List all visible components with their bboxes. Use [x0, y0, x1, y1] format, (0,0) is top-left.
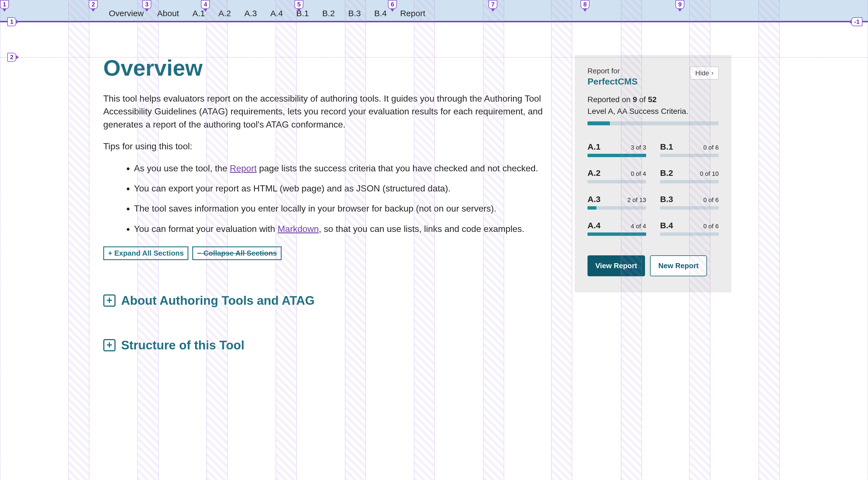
plus-icon: +	[103, 339, 116, 351]
progress-count: 0 of 6	[703, 223, 719, 230]
top-nav: Overview About A.1 A.2 A.3 A.4 B.1 B.2 B…	[0, 0, 868, 22]
progress-item-b2[interactable]: B.20 of 10	[660, 168, 719, 183]
progress-item-a2[interactable]: A.20 of 4	[588, 168, 646, 183]
section-title: Structure of this Tool	[121, 338, 245, 352]
progress-fill	[588, 206, 596, 210]
tab-about[interactable]: About	[157, 9, 179, 21]
collapse-all-button[interactable]: − Collapse All Sections	[192, 247, 282, 260]
reported-of: of	[637, 95, 648, 104]
tab-a3[interactable]: A.3	[245, 9, 257, 21]
progress-count: 0 of 6	[703, 196, 719, 204]
plus-icon: +	[103, 294, 116, 307]
new-report-button[interactable]: New Report	[650, 255, 707, 276]
report-for-label: Report for	[588, 67, 638, 75]
tip-item: You can format your evaluation with Mark…	[134, 222, 553, 235]
progress-bar	[588, 180, 646, 183]
tip-text: As you use the tool, the	[134, 163, 230, 173]
progress-bar	[660, 180, 719, 183]
intro-paragraph: This tool helps evaluators report on the…	[103, 92, 553, 131]
progress-grid: A.13 of 3 B.10 of 6 A.20 of 4 B.20 of 10…	[588, 142, 719, 236]
progress-key: A.2	[588, 168, 600, 178]
tool-name: PerfectCMS	[588, 76, 638, 87]
report-link[interactable]: Report	[230, 163, 256, 173]
progress-key: B.2	[660, 168, 673, 178]
tab-b1[interactable]: B.1	[297, 9, 309, 21]
progress-count: 0 of 6	[703, 144, 719, 151]
reported-done: 9	[633, 95, 637, 104]
progress-item-a1[interactable]: A.13 of 3	[588, 142, 646, 157]
progress-bar	[660, 206, 719, 210]
progress-count: 3 of 3	[631, 144, 646, 151]
progress-bar	[660, 154, 719, 157]
tab-a4[interactable]: A.4	[271, 9, 283, 21]
summary-header: Report for PerfectCMS Hide ›	[588, 67, 719, 87]
summary-title-block: Report for PerfectCMS	[588, 67, 638, 87]
progress-bar	[660, 232, 719, 236]
section-toggle-structure[interactable]: + Structure of this Tool	[103, 338, 553, 352]
tab-report[interactable]: Report	[400, 9, 425, 21]
progress-bar	[588, 154, 646, 157]
progress-item-a4[interactable]: A.44 of 4	[588, 221, 646, 236]
tip-text: , so that you can use lists, links and c…	[319, 224, 524, 234]
progress-bar	[588, 232, 646, 236]
tip-item: The tool saves information you enter loc…	[134, 202, 553, 215]
progress-item-b4[interactable]: B.40 of 6	[660, 221, 719, 236]
progress-item-b1[interactable]: B.10 of 6	[660, 142, 719, 157]
progress-count: 2 of 13	[627, 196, 646, 204]
section-toggle-about-atag[interactable]: + About Authoring Tools and ATAG	[103, 294, 553, 308]
tab-overview[interactable]: Overview	[109, 9, 144, 21]
tips-list: As you use the tool, the Report page lis…	[134, 162, 553, 235]
progress-item-a3[interactable]: A.32 of 13	[588, 194, 646, 210]
progress-count: 0 of 4	[631, 170, 646, 178]
tab-a1[interactable]: A.1	[192, 9, 205, 21]
progress-fill	[588, 154, 646, 157]
progress-key: B.1	[660, 142, 673, 152]
tab-b3[interactable]: B.3	[348, 9, 361, 21]
reported-prefix: Reported on	[588, 95, 633, 104]
chevron-right-icon: ›	[711, 69, 713, 77]
view-report-button[interactable]: View Report	[588, 255, 645, 276]
page-body: Overview This tool helps evaluators repo…	[0, 22, 868, 352]
overall-progress-bar	[588, 121, 719, 125]
progress-key: A.1	[588, 142, 600, 152]
reported-count-line: Reported on 9 of 52	[588, 95, 719, 104]
progress-key: A.4	[588, 221, 600, 230]
tips-intro: Tips for using this tool:	[103, 140, 553, 153]
tip-item: As you use the tool, the Report page lis…	[134, 162, 553, 175]
progress-item-b3[interactable]: B.30 of 6	[660, 194, 719, 210]
expand-all-button[interactable]: + Expand All Sections	[103, 247, 188, 260]
progress-key: A.3	[588, 194, 600, 204]
level-line: Level A, AA Success Criteria.	[588, 107, 719, 116]
hide-label: Hide	[695, 69, 709, 77]
tip-text: page lists the success criteria that you…	[256, 163, 538, 173]
tab-a2[interactable]: A.2	[218, 9, 231, 21]
summary-panel: Report for PerfectCMS Hide › Reported on…	[575, 55, 731, 292]
markdown-link[interactable]: Markdown	[278, 224, 319, 234]
main-column: Overview This tool helps evaluators repo…	[0, 22, 575, 352]
reported-total: 52	[648, 95, 656, 104]
tip-item: You can export your report as HTML (web …	[134, 182, 553, 195]
progress-count: 0 of 10	[700, 170, 719, 178]
hide-panel-button[interactable]: Hide ›	[690, 67, 719, 79]
progress-key: B.4	[660, 221, 673, 230]
tip-text: You can format your evaluation with	[134, 224, 278, 234]
page-title: Overview	[103, 55, 553, 81]
tab-b4[interactable]: B.4	[374, 9, 387, 21]
progress-fill	[588, 232, 646, 236]
summary-actions: View Report New Report	[588, 255, 719, 276]
overall-progress-fill	[588, 121, 610, 125]
progress-count: 4 of 4	[631, 223, 646, 230]
expand-collapse-controls: + Expand All Sections − Collapse All Sec…	[103, 247, 553, 260]
progress-key: B.3	[660, 194, 673, 204]
tab-b2[interactable]: B.2	[322, 9, 335, 21]
progress-bar	[588, 206, 646, 210]
section-title: About Authoring Tools and ATAG	[121, 294, 314, 308]
